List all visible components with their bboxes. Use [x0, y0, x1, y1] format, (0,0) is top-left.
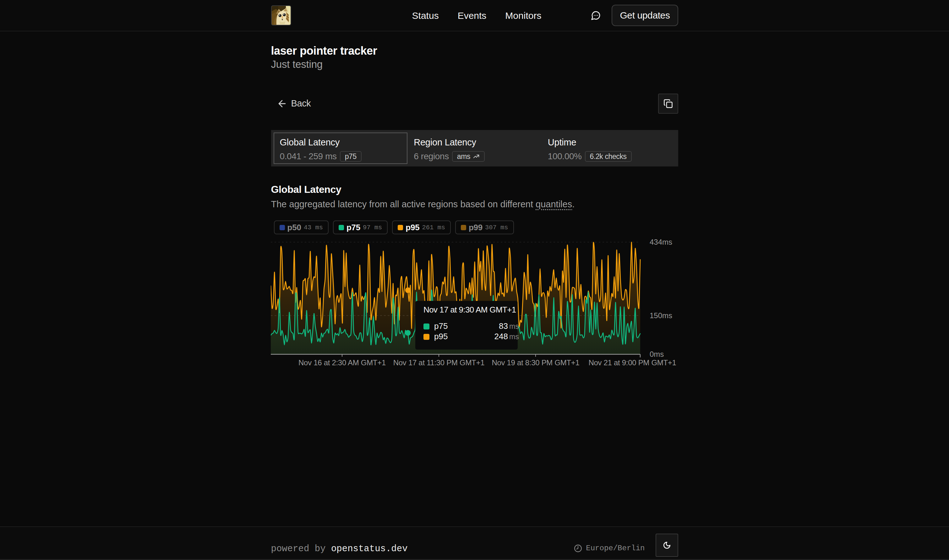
svg-text:0ms: 0ms [650, 350, 664, 358]
svg-text:p75: p75 [434, 321, 448, 331]
svg-text:150ms: 150ms [650, 311, 672, 320]
svg-text:434ms: 434ms [650, 238, 672, 246]
svg-text:ms: ms [509, 322, 519, 331]
svg-text:Nov 19 at 8:30 PM GMT+1: Nov 19 at 8:30 PM GMT+1 [492, 358, 579, 367]
svg-text:Nov 21 at 9:00 PM GMT+1: Nov 21 at 9:00 PM GMT+1 [588, 358, 676, 367]
svg-text:248: 248 [494, 332, 508, 341]
svg-text:Nov 16 at 2:30 AM GMT+1: Nov 16 at 2:30 AM GMT+1 [298, 358, 386, 367]
svg-text:ms: ms [509, 332, 519, 341]
svg-text:Nov 17 at 9:30 AM GMT+1: Nov 17 at 9:30 AM GMT+1 [423, 305, 516, 314]
svg-text:83: 83 [499, 321, 508, 331]
svg-text:p95: p95 [434, 332, 448, 341]
svg-text:Nov 17 at 11:30 PM GMT+1: Nov 17 at 11:30 PM GMT+1 [393, 358, 485, 367]
